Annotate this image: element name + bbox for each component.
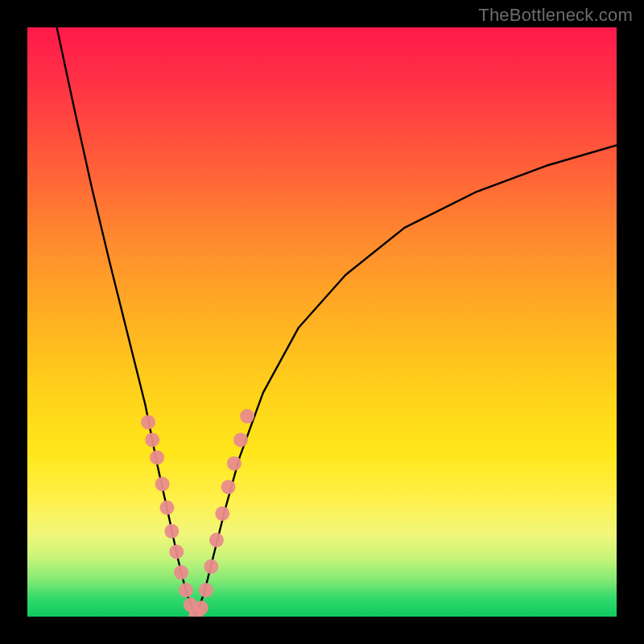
data-marker bbox=[159, 501, 174, 515]
watermark-text: TheBottleneck.com bbox=[478, 5, 633, 26]
data-marker bbox=[209, 533, 224, 547]
data-marker bbox=[164, 524, 179, 539]
chart-svg bbox=[27, 27, 617, 617]
data-marker bbox=[194, 601, 208, 615]
data-marker bbox=[227, 456, 242, 471]
data-marker bbox=[150, 450, 164, 464]
data-marker bbox=[179, 583, 193, 597]
data-marker bbox=[169, 544, 184, 559]
data-marker bbox=[174, 565, 188, 580]
data-marker bbox=[199, 583, 213, 597]
data-marker bbox=[184, 597, 198, 612]
data-marker bbox=[221, 480, 236, 494]
data-marker bbox=[215, 506, 229, 521]
chart-frame: TheBottleneck.com bbox=[0, 0, 644, 644]
data-marker bbox=[145, 432, 159, 447]
plot-area bbox=[27, 27, 617, 617]
data-marker bbox=[240, 409, 254, 423]
data-marker bbox=[204, 559, 218, 574]
curve-path bbox=[57, 27, 196, 617]
data-marker bbox=[155, 477, 170, 491]
data-marker bbox=[188, 608, 203, 617]
data-marker bbox=[233, 432, 248, 447]
curve-path bbox=[196, 145, 617, 617]
data-marker bbox=[141, 415, 155, 429]
